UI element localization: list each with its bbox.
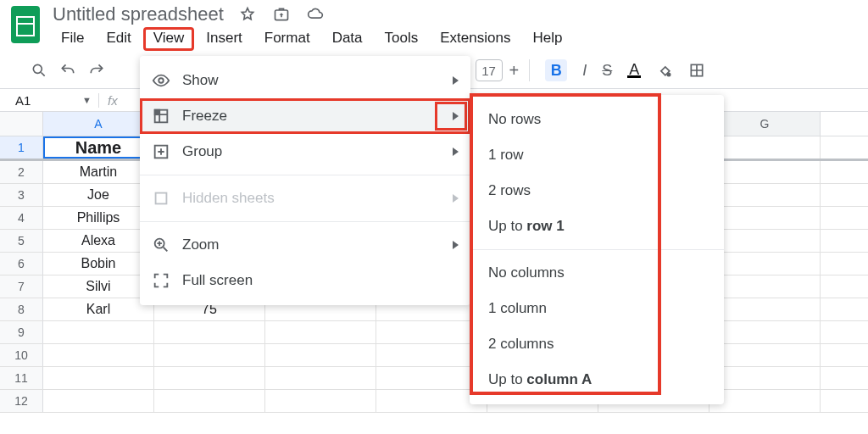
col-header-G[interactable]: G xyxy=(709,112,821,136)
menu-file[interactable]: File xyxy=(51,27,94,51)
freeze-submenu: No rows 1 row 2 rows Up to row 1 No colu… xyxy=(470,95,724,404)
menu-insert[interactable]: Insert xyxy=(196,27,253,51)
cell[interactable]: Bobin xyxy=(43,253,154,275)
row-header[interactable]: 3 xyxy=(0,184,43,206)
cell[interactable]: Joe xyxy=(43,184,154,206)
svg-point-2 xyxy=(668,73,670,75)
cell[interactable]: Phillips xyxy=(43,207,154,229)
svg-rect-6 xyxy=(155,110,160,115)
menu-bar: File Edit View Insert Format Data Tools … xyxy=(51,25,572,54)
freeze-no-columns[interactable]: No columns xyxy=(470,255,724,291)
strikethrough-button[interactable]: S xyxy=(602,62,612,80)
view-show[interactable]: Show xyxy=(140,63,470,98)
cell[interactable] xyxy=(265,367,376,389)
move-icon[interactable] xyxy=(273,6,290,23)
cell[interactable] xyxy=(709,298,821,320)
search-icon[interactable] xyxy=(31,62,47,79)
freeze-1-row[interactable]: 1 row xyxy=(470,137,724,173)
row-header[interactable]: 4 xyxy=(0,207,43,229)
cell[interactable] xyxy=(154,367,265,389)
cell[interactable] xyxy=(709,207,821,229)
cell[interactable] xyxy=(709,230,821,252)
svg-rect-8 xyxy=(156,193,167,204)
view-freeze[interactable]: Freeze xyxy=(140,98,470,134)
doc-title[interactable]: Untitled spreadsheet xyxy=(51,3,224,25)
cell[interactable] xyxy=(265,390,376,412)
view-full-screen[interactable]: Full screen xyxy=(140,263,470,298)
submenu-arrow-icon xyxy=(453,112,459,120)
cell[interactable] xyxy=(43,367,154,389)
freeze-no-rows[interactable]: No rows xyxy=(470,102,724,137)
name-box[interactable]: A1 ▼ xyxy=(0,93,99,108)
font-size-increase[interactable]: + xyxy=(509,61,520,81)
cell[interactable] xyxy=(43,344,154,366)
freeze-upto-row[interactable]: Up to row 1 xyxy=(470,209,724,244)
sheets-app-icon[interactable] xyxy=(8,3,42,46)
row-header[interactable]: 8 xyxy=(0,298,43,320)
bold-button[interactable]: B xyxy=(545,59,567,81)
freeze-2-rows[interactable]: 2 rows xyxy=(470,173,724,209)
submenu-arrow-icon xyxy=(453,194,459,203)
view-group[interactable]: Group xyxy=(140,134,470,170)
cell[interactable]: Karl xyxy=(43,298,154,320)
freeze-1-column[interactable]: 1 column xyxy=(470,291,724,326)
col-header-A[interactable]: A xyxy=(43,112,154,136)
cell[interactable] xyxy=(154,390,265,412)
menu-label: Hidden sheets xyxy=(182,190,275,207)
cell[interactable] xyxy=(709,275,821,298)
cell[interactable] xyxy=(154,321,265,343)
menu-edit[interactable]: Edit xyxy=(96,27,141,51)
row-header[interactable]: 9 xyxy=(0,321,43,343)
freeze-2-columns[interactable]: 2 columns xyxy=(470,326,724,362)
text-color-button[interactable]: A xyxy=(627,64,641,78)
menu-extensions[interactable]: Extensions xyxy=(430,27,520,51)
row-header[interactable]: 6 xyxy=(0,253,43,275)
row-header[interactable]: 1 xyxy=(0,136,43,159)
view-zoom[interactable]: Zoom xyxy=(140,227,470,263)
cell[interactable] xyxy=(709,321,821,343)
freeze-upto-column[interactable]: Up to column A xyxy=(470,362,724,398)
menu-label: Zoom xyxy=(182,236,219,253)
menu-data[interactable]: Data xyxy=(322,27,373,51)
cell[interactable] xyxy=(709,136,821,159)
row-header[interactable]: 5 xyxy=(0,230,43,252)
row-header[interactable]: 2 xyxy=(0,161,43,183)
redo-icon[interactable] xyxy=(88,62,105,79)
menu-format[interactable]: Format xyxy=(254,27,320,51)
annotation-box xyxy=(435,102,467,131)
row-header[interactable]: 12 xyxy=(0,390,43,412)
font-size-input[interactable]: 17 xyxy=(476,59,503,81)
cell[interactable] xyxy=(709,344,821,366)
menu-tools[interactable]: Tools xyxy=(375,27,429,51)
undo-icon[interactable] xyxy=(59,62,76,79)
cell[interactable] xyxy=(709,184,821,206)
cell[interactable] xyxy=(709,253,821,275)
cell[interactable]: Alexa xyxy=(43,230,154,252)
view-menu: Show Freeze Group Hidden sheets Zoom xyxy=(140,56,470,305)
fill-color-icon[interactable] xyxy=(656,62,673,79)
freeze-icon xyxy=(152,107,170,125)
row-header[interactable]: 7 xyxy=(0,275,43,298)
cloud-status-icon[interactable] xyxy=(307,6,324,23)
cell[interactable] xyxy=(709,390,821,412)
star-icon[interactable] xyxy=(239,6,256,23)
cell[interactable] xyxy=(265,344,376,366)
cell[interactable] xyxy=(43,321,154,343)
cell[interactable]: Name xyxy=(43,136,154,159)
italic-button[interactable]: I xyxy=(582,62,587,80)
cell[interactable] xyxy=(709,367,821,389)
menu-view[interactable]: View xyxy=(143,27,195,51)
row-header[interactable]: 11 xyxy=(0,367,43,389)
cell[interactable]: Martin xyxy=(43,161,154,183)
cell[interactable] xyxy=(265,321,376,343)
menu-help[interactable]: Help xyxy=(522,27,572,51)
cell[interactable] xyxy=(709,161,821,183)
cell[interactable]: Silvi xyxy=(43,275,154,298)
row-header[interactable]: 10 xyxy=(0,344,43,366)
cell[interactable] xyxy=(154,344,265,366)
borders-icon[interactable] xyxy=(688,62,705,79)
select-all-corner[interactable] xyxy=(0,112,43,136)
zoom-icon xyxy=(152,236,170,254)
submenu-arrow-icon xyxy=(453,147,459,156)
cell[interactable] xyxy=(43,390,154,412)
